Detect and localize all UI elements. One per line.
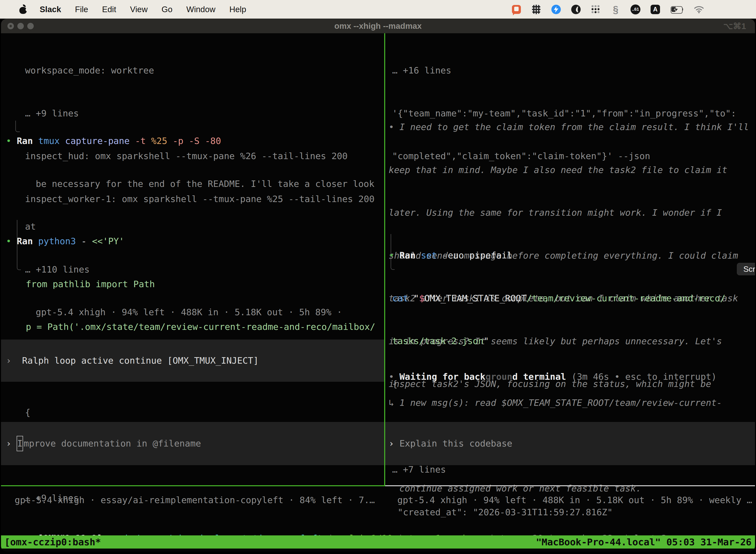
apple-menu-icon[interactable] [19, 4, 27, 14]
terminal-window: omx --xhigh --madmax ⌥⌘1 workspace_mode:… [1, 19, 755, 552]
placeholder-text: Explain this codebase [399, 438, 512, 448]
placeholder-text: mprove documentation in @filename [23, 438, 201, 448]
left-pane-border [1, 485, 384, 486]
bullet-icon: • [6, 236, 11, 246]
bullet-icon: • [389, 122, 394, 132]
screen: Slack File Edit View Go Window Help § [0, 0, 756, 554]
pane-divider[interactable] [384, 33, 385, 486]
terminal-line: … +16 lines [389, 63, 736, 78]
badge-61-icon[interactable]: ..61 [630, 4, 640, 14]
messenger-icon[interactable] [551, 4, 561, 14]
code-line: p = Path('.omx/state/team/review-current… [6, 320, 375, 334]
output-elbow [17, 220, 21, 270]
screen-tooltip: Scre [737, 263, 755, 275]
menu-view[interactable]: View [123, 5, 154, 14]
output-elbow [15, 121, 20, 132]
menu-window[interactable]: Window [179, 5, 222, 14]
bolt-glyph [553, 6, 559, 13]
thought-line: later. Using the same for transition mig… [389, 206, 755, 220]
terminal-line: be necessary for the end of the README. … [6, 177, 374, 191]
battery-icon[interactable] [670, 4, 684, 14]
chevron-prompt-icon: › [389, 438, 394, 448]
grid-shield-icon[interactable] [531, 4, 541, 14]
wifi-icon[interactable] [694, 4, 704, 14]
tmux-host-clock: "MacBook-Pro-44.local" 05:03 31-Mar-26 [536, 537, 752, 548]
menu-file[interactable]: File [68, 5, 95, 14]
menu-app-slack[interactable]: Slack [33, 5, 68, 14]
bullet-icon: • [6, 136, 11, 146]
right-prompt-input[interactable]: › Explain this codebase [385, 422, 755, 465]
charging-bolt-icon [674, 6, 679, 12]
right-pane-border [385, 485, 755, 486]
dots-grid-icon[interactable] [591, 4, 601, 14]
chevron-prompt-icon: › [6, 438, 11, 448]
window-shortcut-badge: ⌥⌘1 [723, 21, 746, 31]
left-prompt-input[interactable]: › Improve documentation in @filename [1, 422, 384, 465]
hook-icon[interactable]: § [611, 4, 621, 14]
window-title: omx --xhigh --madmax [1, 21, 755, 31]
command-line: cat "$OMX_TEAM_STATE_ROOT/team/review-cu… [389, 291, 726, 306]
command-line: • Ran tmux capture-pane -t %25 -p -S -80 [6, 134, 374, 148]
output-elbow [391, 234, 395, 270]
terminal-line: workspace_mode: worktree [6, 63, 375, 78]
menu-edit[interactable]: Edit [95, 5, 123, 14]
macos-menu-bar: Slack File Edit View Go Window Help § [0, 0, 756, 19]
text-cursor: I [17, 436, 23, 451]
chat-app-icon[interactable] [511, 4, 521, 14]
chevron-prompt-icon: › [6, 355, 11, 366]
command-line: • Ran set -euo pipefail [389, 248, 726, 263]
window-title-bar: omx --xhigh --madmax ⌥⌘1 [1, 19, 755, 33]
tmux-status-bar: [omx-cczip0:bash* "MacBook-Pro-44.local"… [1, 535, 755, 549]
menu-help[interactable]: Help [223, 5, 253, 14]
contrast-icon[interactable] [571, 4, 581, 14]
menu-go[interactable]: Go [154, 5, 179, 14]
return-arrow-icon: ↳ [389, 398, 394, 408]
ralph-loop-banner: › Ralph loop active continue [OMX_TMUX_I… [1, 340, 384, 382]
tmux-session-name[interactable]: [omx-cczip0:bash* [4, 537, 101, 548]
code-line: from pathlib import Path [6, 277, 375, 291]
thought-line: keep that in mind. Maybe I also need the… [389, 163, 755, 177]
command-line: • Ran python3 - <<'PY' [6, 234, 375, 248]
keyboard-a-icon[interactable]: A [650, 4, 660, 14]
